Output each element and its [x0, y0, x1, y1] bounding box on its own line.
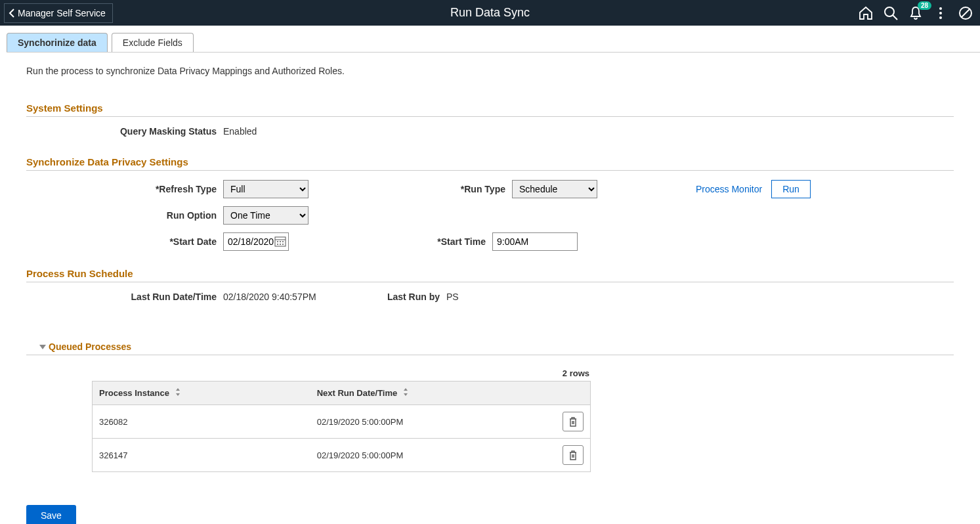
kebab-menu-icon[interactable]: [933, 5, 948, 21]
svg-point-3: [939, 12, 942, 14]
svg-point-14: [282, 244, 284, 245]
run-option-label: Run Option: [26, 210, 223, 221]
delete-row-button[interactable]: [563, 445, 584, 465]
intro-text: Run the process to synchronize Data Priv…: [26, 66, 954, 76]
run-button[interactable]: Run: [771, 180, 811, 198]
query-masking-value: Enabled: [223, 126, 257, 137]
back-label: Manager Self Service: [18, 8, 106, 18]
save-button[interactable]: Save: [26, 505, 76, 524]
queued-grid-wrap: 2 rows Process Instance Next Run Date/Ti…: [92, 366, 591, 472]
run-option-select[interactable]: One Time: [223, 206, 309, 225]
svg-point-11: [282, 241, 284, 242]
trash-icon: [568, 416, 578, 427]
section-process-schedule: Process Run Schedule: [26, 268, 954, 282]
tab-exclude-fields[interactable]: Exclude Fields: [112, 33, 194, 52]
run-type-label: *Run Type: [420, 184, 512, 194]
queued-processes-title: Queued Processes: [49, 341, 131, 352]
start-time-label: *Start Time: [400, 236, 492, 247]
home-icon[interactable]: [858, 5, 874, 21]
notifications-button[interactable]: 28: [908, 5, 924, 21]
chevron-left-icon: [9, 9, 15, 18]
main-content: Run the process to synchronize Data Priv…: [0, 53, 980, 524]
svg-point-12: [277, 244, 278, 245]
svg-line-1: [893, 15, 897, 20]
process-instance-cell: 326082: [93, 405, 310, 439]
refresh-type-label: *Refresh Type: [26, 184, 223, 194]
queued-processes-table: Process Instance Next Run Date/Time: [92, 381, 591, 472]
start-time-input[interactable]: [492, 232, 578, 251]
section-sync-settings: Synchronize Data Privacy Settings: [26, 156, 954, 171]
col-process-instance[interactable]: Process Instance: [93, 382, 310, 405]
last-run-value: 02/18/2020 9:40:57PM: [223, 292, 354, 302]
collapse-triangle-icon: [39, 345, 46, 349]
delete-row-button[interactable]: [563, 412, 584, 431]
col-next-run[interactable]: Next Run Date/Time: [310, 382, 551, 405]
app-header: Manager Self Service Run Data Sync 28: [0, 0, 980, 26]
svg-point-4: [939, 16, 942, 19]
tab-synchronize-data[interactable]: Synchorinize data: [7, 33, 108, 52]
last-run-by-label: Last Run by: [354, 292, 446, 302]
process-instance-cell: 326147: [93, 439, 310, 472]
sort-icon: [175, 388, 181, 398]
svg-point-9: [277, 241, 278, 242]
svg-line-6: [962, 9, 969, 17]
section-system-settings: System Settings: [26, 102, 954, 117]
sort-icon: [402, 388, 409, 398]
page-title: Run Data Sync: [450, 6, 530, 20]
svg-point-13: [280, 244, 281, 245]
table-row: 326082 02/19/2020 5:00:00PM: [93, 405, 591, 439]
back-button[interactable]: Manager Self Service: [4, 3, 113, 23]
calendar-icon[interactable]: [274, 235, 286, 247]
svg-point-2: [939, 7, 942, 10]
svg-point-10: [280, 241, 281, 242]
queued-processes-toggle[interactable]: Queued Processes: [39, 341, 131, 352]
notification-badge: 28: [918, 1, 931, 10]
grid-row-count: 2 rows: [92, 366, 591, 381]
tabs: Synchorinize data Exclude Fields: [7, 33, 980, 53]
trash-icon: [568, 450, 578, 460]
run-type-select[interactable]: Schedule: [512, 180, 597, 198]
header-icons: 28: [858, 5, 980, 21]
next-run-cell: 02/19/2020 5:00:00PM: [310, 405, 551, 439]
svg-point-0: [885, 7, 894, 16]
process-monitor-link[interactable]: Process Monitor: [696, 184, 762, 194]
search-icon[interactable]: [883, 5, 899, 21]
last-run-label: Last Run Date/Time: [26, 292, 223, 302]
ban-icon[interactable]: [958, 5, 973, 21]
refresh-type-select[interactable]: Full: [223, 180, 309, 198]
query-masking-label: Query Masking Status: [26, 126, 223, 137]
start-date-label: *Start Date: [26, 236, 223, 247]
table-row: 326147 02/19/2020 5:00:00PM: [93, 439, 591, 472]
next-run-cell: 02/19/2020 5:00:00PM: [310, 439, 551, 472]
last-run-by-value: PS: [446, 292, 459, 302]
